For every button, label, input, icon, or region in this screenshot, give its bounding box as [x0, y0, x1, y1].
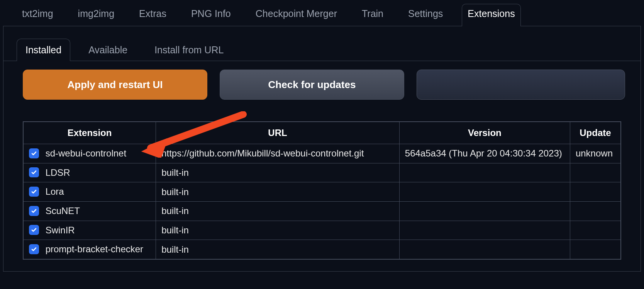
checkbox-icon[interactable]	[29, 148, 39, 158]
extension-name: ScuNET	[46, 206, 80, 216]
sub-tabs: Installed Available Install from URL	[3, 26, 641, 61]
cell-extension: LDSR	[23, 163, 156, 182]
table-row: ScuNET built-in	[23, 201, 621, 221]
check-updates-button[interactable]: Check for updates	[220, 70, 404, 100]
cell-version: 564a5a34 (Thu Apr 20 04:30:34 2023)	[399, 144, 570, 163]
cell-url: built-in	[156, 182, 400, 202]
tab-txt2img[interactable]: txt2img	[16, 4, 59, 26]
extension-name: LDSR	[46, 167, 70, 178]
cell-url: https://github.com/Mikubill/sd-webui-con…	[156, 144, 400, 163]
checkbox-icon[interactable]	[29, 187, 39, 197]
apply-restart-button[interactable]: Apply and restart UI	[23, 70, 207, 100]
cell-update	[570, 163, 621, 182]
table-row: SwinIR built-in	[23, 221, 621, 240]
cell-extension: Lora	[23, 182, 156, 202]
table-row: LDSR built-in	[23, 163, 621, 182]
cell-version	[399, 182, 570, 202]
cell-url: built-in	[156, 221, 400, 240]
extensions-panel: Installed Available Install from URL App…	[3, 26, 641, 272]
cell-version	[399, 163, 570, 182]
extension-name: sd-webui-controlnet	[46, 148, 126, 158]
cell-version	[399, 201, 570, 221]
cell-extension: prompt-bracket-checker	[23, 240, 156, 259]
tab-extensions[interactable]: Extensions	[462, 4, 520, 26]
sub-tab-install-from-url[interactable]: Install from URL	[146, 39, 232, 61]
cell-update	[570, 240, 621, 259]
cell-url: built-in	[156, 201, 400, 221]
main-tabs: txt2img img2img Extras PNG Info Checkpoi…	[0, 0, 644, 26]
table-row: Lora built-in	[23, 182, 621, 202]
checkbox-icon[interactable]	[29, 225, 39, 235]
cell-extension: sd-webui-controlnet	[23, 144, 156, 163]
cell-extension: ScuNET	[23, 201, 156, 221]
col-header-version: Version	[399, 122, 570, 144]
table-row: sd-webui-controlnet https://github.com/M…	[23, 144, 621, 163]
tab-checkpoint-merger[interactable]: Checkpoint Merger	[250, 4, 343, 26]
cell-version	[399, 240, 570, 259]
cell-url: built-in	[156, 163, 400, 182]
col-header-update: Update	[570, 122, 621, 144]
tab-png-info[interactable]: PNG Info	[185, 4, 237, 26]
cell-extension: SwinIR	[23, 221, 156, 240]
cell-update	[570, 182, 621, 202]
cell-update: unknown	[570, 144, 621, 163]
table-row: prompt-bracket-checker built-in	[23, 240, 621, 259]
sub-tab-available[interactable]: Available	[80, 39, 136, 61]
sub-tab-installed[interactable]: Installed	[17, 39, 70, 61]
col-header-url: URL	[156, 122, 400, 144]
extensions-table: Extension URL Version Update sd-webui-co…	[23, 121, 621, 260]
table-header-row: Extension URL Version Update	[23, 122, 621, 144]
tab-train[interactable]: Train	[356, 4, 389, 26]
extension-name: SwinIR	[46, 225, 75, 235]
tab-extras[interactable]: Extras	[133, 4, 172, 26]
cell-update	[570, 201, 621, 221]
tab-img2img[interactable]: img2img	[72, 4, 120, 26]
checkbox-icon[interactable]	[29, 167, 39, 177]
cell-update	[570, 221, 621, 240]
tab-settings[interactable]: Settings	[402, 4, 449, 26]
blank-button[interactable]	[417, 70, 625, 100]
cell-version	[399, 221, 570, 240]
action-bar: Apply and restart UI Check for updates	[3, 61, 641, 100]
col-header-extension: Extension	[23, 122, 156, 144]
checkbox-icon[interactable]	[29, 244, 39, 254]
extensions-table-wrap: Extension URL Version Update sd-webui-co…	[3, 100, 641, 260]
checkbox-icon[interactable]	[29, 206, 39, 216]
extension-name: prompt-bracket-checker	[46, 244, 143, 254]
cell-url: built-in	[156, 240, 400, 259]
extension-name: Lora	[46, 186, 64, 197]
